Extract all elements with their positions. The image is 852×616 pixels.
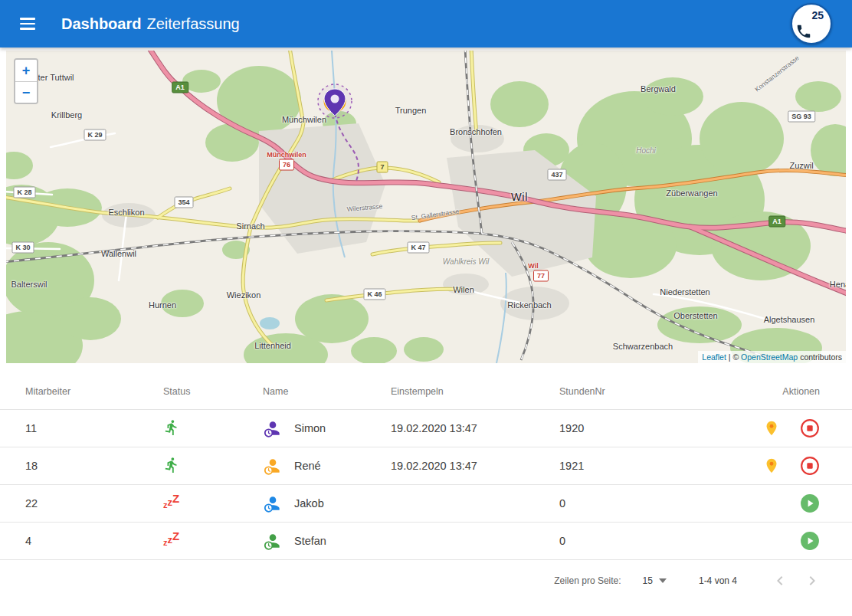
einstempeln-cell: 19.02.2020 13:47 xyxy=(391,422,559,434)
location-pin-icon[interactable] xyxy=(763,457,780,475)
column-header-status: Status xyxy=(163,386,263,397)
person-clock-icon xyxy=(263,493,283,513)
column-header-mitarbeiter: Mitarbeiter xyxy=(25,386,163,397)
zoom-out-button[interactable]: − xyxy=(15,81,37,103)
actions-cell xyxy=(728,456,820,476)
previous-page-button[interactable] xyxy=(771,572,789,590)
person-clock-icon xyxy=(263,418,283,438)
name-cell: Stefan xyxy=(263,531,391,551)
map[interactable]: Unter TuttwilA1KrillbergMünchwilenTrunge… xyxy=(6,51,846,363)
table-header: MitarbeiterStatusNameEinstempelnStundenN… xyxy=(0,374,852,410)
table-row: 4 zzZ Stefan 0 xyxy=(0,523,852,560)
mitarbeiter-cell: 4 xyxy=(25,535,163,547)
app-bar: Dashboard Zeiterfassung 25 xyxy=(0,0,852,48)
next-page-button[interactable] xyxy=(803,572,821,590)
status-cell xyxy=(163,457,263,476)
mitarbeiter-cell: 11 xyxy=(25,422,163,434)
stundennr-cell: 1921 xyxy=(559,460,728,472)
rows-per-page-value: 15 xyxy=(643,575,653,586)
status-cell: zzZ xyxy=(163,535,263,548)
page-title-light: Zeiterfassung xyxy=(146,15,239,33)
actions-cell xyxy=(728,493,820,513)
page-title-bold: Dashboard xyxy=(61,15,141,33)
map-canvas[interactable] xyxy=(6,51,846,363)
pagination-range: 1-4 von 4 xyxy=(699,575,737,586)
table-row: 11 Simon 19.02.2020 13:47 1920 xyxy=(0,410,852,447)
einstempeln-cell: 19.02.2020 13:47 xyxy=(391,460,559,472)
stundennr-cell: 1920 xyxy=(559,422,728,434)
status-cell xyxy=(163,419,263,438)
person-clock-icon xyxy=(263,531,283,551)
employee-table: MitarbeiterStatusNameEinstempelnStundenN… xyxy=(0,374,852,601)
actions-cell xyxy=(728,531,820,551)
stop-button[interactable] xyxy=(800,418,820,438)
employee-name: René xyxy=(294,460,321,472)
employee-name: Stefan xyxy=(294,535,326,547)
chevron-left-icon xyxy=(771,572,789,590)
phone-badge-button[interactable]: 25 xyxy=(791,3,832,44)
chevron-right-icon xyxy=(803,572,821,590)
mitarbeiter-cell: 18 xyxy=(25,460,163,472)
rows-per-page-select[interactable]: 15 xyxy=(643,575,667,586)
person-clock-icon xyxy=(263,456,283,476)
table-row: 18 René 19.02.2020 13:47 1921 xyxy=(0,447,852,485)
phone-badge-count: 25 xyxy=(811,9,824,21)
stop-button[interactable] xyxy=(800,456,820,476)
table-row: 22 zzZ Jakob 0 xyxy=(0,485,852,523)
stundennr-cell: 0 xyxy=(559,535,728,547)
mitarbeiter-cell: 22 xyxy=(25,497,163,510)
menu-icon[interactable] xyxy=(20,15,41,33)
play-button[interactable] xyxy=(800,493,820,513)
running-icon xyxy=(163,457,180,473)
name-cell: René xyxy=(263,456,391,476)
openstreetmap-link[interactable]: OpenStreetMap xyxy=(741,352,798,362)
column-header-name: Name xyxy=(263,386,391,397)
employee-name: Jakob xyxy=(294,497,324,510)
name-cell: Simon xyxy=(263,418,391,438)
phone-icon xyxy=(795,23,812,40)
rows-per-page-label: Zeilen pro Seite: xyxy=(554,575,621,586)
page-title: Dashboard Zeiterfassung xyxy=(61,15,240,33)
caret-down-icon xyxy=(659,578,667,583)
column-header-einstempeln: Einstempeln xyxy=(391,386,559,397)
location-pin-icon[interactable] xyxy=(763,419,780,437)
attribution-suffix: contributors xyxy=(798,352,842,362)
sleep-icon: zzZ xyxy=(163,536,179,548)
employee-name: Simon xyxy=(294,422,326,434)
map-attribution: Leaflet | © OpenStreetMap contributors xyxy=(698,351,846,363)
play-button[interactable] xyxy=(800,531,820,551)
column-header-aktionen: Aktionen xyxy=(728,386,820,397)
actions-cell xyxy=(728,418,820,438)
name-cell: Jakob xyxy=(263,493,391,513)
zoom-in-button[interactable]: + xyxy=(15,60,37,81)
status-cell: zzZ xyxy=(163,497,263,510)
attribution-separator: | © xyxy=(726,352,741,362)
table-body: 11 Simon 19.02.2020 13:47 1920 18 René 1… xyxy=(0,410,852,560)
leaflet-link[interactable]: Leaflet xyxy=(702,352,726,362)
table-footer: Zeilen pro Seite: 15 1-4 von 4 xyxy=(0,560,852,601)
running-icon xyxy=(163,419,180,436)
column-header-stundennr: StundenNr xyxy=(559,386,728,397)
sleep-icon: zzZ xyxy=(163,498,179,510)
stundennr-cell: 0 xyxy=(559,497,728,510)
map-zoom-control: + − xyxy=(14,58,38,104)
